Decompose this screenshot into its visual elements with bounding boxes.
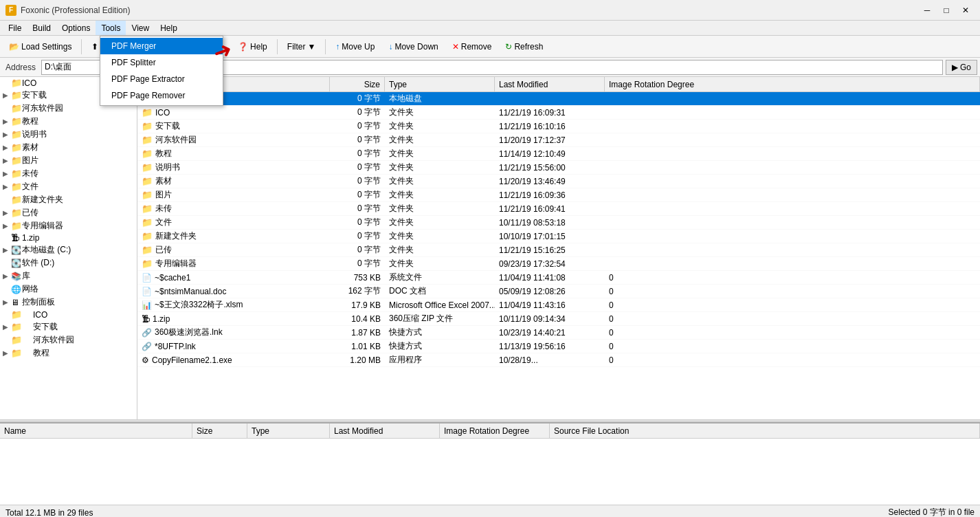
file-row[interactable]: 📁 素材 0 字节 文件夹 11/20/19 13:46:49 bbox=[137, 175, 980, 188]
dropdown-item-pdf-page-extractor[interactable]: PDF Page Extractor bbox=[100, 71, 223, 87]
menu-options[interactable]: Options bbox=[56, 21, 96, 35]
menu-view[interactable]: View bbox=[126, 21, 155, 35]
tree-item-local-c[interactable]: ▶ 💽 本地磁盘 (C:) bbox=[0, 243, 137, 256]
file-rotation-cell bbox=[605, 202, 980, 215]
bottom-col-size[interactable]: Size bbox=[192, 424, 247, 438]
file-rotation-cell: 0 bbox=[605, 353, 980, 366]
col-header-type[interactable]: Type bbox=[385, 77, 495, 91]
tree-item-jiaocheng2[interactable]: ▶ 📁 教程 bbox=[0, 346, 137, 360]
tree-item-library[interactable]: ▶ 📚 库 bbox=[0, 270, 137, 283]
col-header-rotation[interactable]: Image Rotation Degree bbox=[605, 77, 980, 91]
file-modified-cell: 11/21/19 15:56:00 bbox=[495, 161, 605, 174]
dropdown-item-pdf-splitter[interactable]: PDF Splitter bbox=[100, 54, 223, 71]
tree-item-ico2[interactable]: 📁 ICO bbox=[0, 309, 137, 320]
file-rotation-cell bbox=[605, 133, 980, 146]
tree-item-weichuan[interactable]: ▶ 📁 未传 bbox=[0, 167, 137, 180]
go-button[interactable]: ▶ Go bbox=[946, 60, 977, 75]
bottom-col-name[interactable]: Name bbox=[0, 424, 192, 438]
file-row[interactable]: 📁 说明书 0 字节 文件夹 11/21/19 15:56:00 bbox=[137, 161, 980, 175]
file-type-cell: 快捷方式 bbox=[385, 340, 495, 353]
tree-item-yichuan[interactable]: ▶ 📁 已传 bbox=[0, 206, 137, 219]
file-name-cell: 🗜 1.zip bbox=[137, 312, 330, 325]
remove-button[interactable]: ✕ Remove bbox=[446, 38, 498, 56]
load-settings-label: Load Settings bbox=[21, 42, 71, 52]
tree-item-1zip[interactable]: 🗜 1.zip bbox=[0, 232, 137, 243]
file-row[interactable]: 📁 ICO 0 字节 文件夹 11/21/19 16:09:31 bbox=[137, 106, 980, 120]
col-header-size[interactable]: Size bbox=[330, 77, 385, 91]
tree-item-jiaocheng[interactable]: ▶ 📁 教程 bbox=[0, 115, 137, 128]
file-name-cell: 📁 说明书 bbox=[137, 161, 330, 174]
bottom-col-source[interactable]: Source File Location bbox=[550, 424, 980, 438]
file-type-cell: 文件夹 bbox=[385, 188, 495, 201]
file-row[interactable]: 📁 新建文件夹 0 字节 文件夹 10/10/19 17:01:15 bbox=[137, 230, 980, 243]
file-row[interactable]: 📁 已传 0 字节 文件夹 11/21/19 15:16:25 bbox=[137, 243, 980, 257]
tree-label: 文件 bbox=[22, 181, 38, 192]
folder-icon: 📁 bbox=[11, 221, 22, 231]
move-up-button[interactable]: ↑ Move Up bbox=[329, 38, 381, 56]
tree-label: 未传 bbox=[22, 168, 38, 179]
file-name-cell: 📁 专用编辑器 bbox=[137, 257, 330, 270]
tree-item-hedong2[interactable]: 📁 河东软件园 bbox=[0, 333, 137, 346]
file-row[interactable]: 📄 ~$cache1 753 KB 系统文件 11/04/19 11:41:08… bbox=[137, 271, 980, 285]
menu-build[interactable]: Build bbox=[27, 21, 56, 35]
separator-3 bbox=[277, 39, 278, 54]
file-row[interactable]: 📁 未传 0 字节 文件夹 11/21/19 16:09:41 bbox=[137, 202, 980, 216]
move-down-button[interactable]: ↓ Move Down bbox=[382, 38, 444, 56]
load-settings-button[interactable]: 📂 Load Settings bbox=[3, 38, 78, 56]
tree-item-network[interactable]: 🌐 网络 bbox=[0, 283, 137, 296]
menu-tools[interactable]: Tools bbox=[96, 21, 126, 35]
file-row[interactable]: 📁 安下载 0 字节 文件夹 11/21/19 16:10:16 bbox=[137, 120, 980, 133]
bottom-col-rotation[interactable]: Image Rotation Degree bbox=[440, 424, 550, 438]
file-name-cell: 📁 文件 bbox=[137, 216, 330, 229]
file-type-cell: DOC 文档 bbox=[385, 285, 495, 298]
dropdown-item-pdf-merger[interactable]: PDF Merger bbox=[100, 38, 223, 54]
tree-item-control-panel[interactable]: ▶ 🖥 控制面板 bbox=[0, 296, 137, 309]
file-row[interactable]: 📁 文件 0 字节 文件夹 10/11/19 08:53:18 bbox=[137, 216, 980, 230]
tree-item-software-d[interactable]: 💽 软件 (D:) bbox=[0, 256, 137, 270]
menu-help[interactable]: Help bbox=[155, 21, 183, 35]
file-name-cell: 🔗 360极速浏览器.lnk bbox=[137, 326, 330, 339]
file-row[interactable]: 📁 图片 0 字节 文件夹 11/21/19 16:09:36 bbox=[137, 188, 980, 202]
tree-item-anxiazai2[interactable]: ▶ 📁 安下载 bbox=[0, 320, 137, 333]
file-row[interactable]: 📁 河东软件园 0 字节 文件夹 11/20/19 17:12:37 bbox=[137, 133, 980, 147]
file-type-cell: 应用程序 bbox=[385, 353, 495, 366]
tree-item-zhuanyong[interactable]: ▶ 📁 专用编辑器 bbox=[0, 219, 137, 232]
maximize-button[interactable]: □ bbox=[937, 3, 955, 17]
tree-item-wenjian[interactable]: ▶ 📁 文件 bbox=[0, 180, 137, 193]
tree-expander: ▶ bbox=[0, 323, 11, 331]
tree-item-xinjianjianlianjia[interactable]: 📁 新建文件夹 bbox=[0, 193, 137, 206]
file-modified-cell: 11/13/19 19:56:16 bbox=[495, 340, 605, 353]
close-button[interactable]: ✕ bbox=[957, 3, 975, 17]
file-row[interactable]: ⚙ CopyFilename2.1.exe 1.20 MB 应用程序 10/28… bbox=[137, 353, 980, 367]
tree-item-tupian[interactable]: ▶ 📁 图片 bbox=[0, 154, 137, 167]
dropdown-item-pdf-page-remover[interactable]: PDF Page Remover bbox=[100, 87, 223, 104]
app-icon: F bbox=[5, 5, 16, 16]
file-size-cell: 0 字节 bbox=[330, 161, 385, 174]
bottom-col-type[interactable]: Type bbox=[247, 424, 330, 438]
file-row[interactable]: 🔗 360极速浏览器.lnk 1.87 KB 快捷方式 10/23/19 14:… bbox=[137, 326, 980, 340]
file-row[interactable]: 🗜 1.zip 10.4 KB 360压缩 ZIP 文件 10/11/19 09… bbox=[137, 312, 980, 326]
menu-file[interactable]: File bbox=[3, 21, 27, 35]
file-row[interactable]: 📄 ~$ntsimManual.doc 162 字节 DOC 文档 05/09/… bbox=[137, 285, 980, 298]
refresh-button[interactable]: ↻ Refresh bbox=[499, 38, 549, 56]
filter-button[interactable]: Filter ▼ bbox=[281, 38, 322, 56]
col-header-modified[interactable]: Last Modified bbox=[495, 77, 605, 91]
bottom-col-modified[interactable]: Last Modified bbox=[330, 424, 440, 438]
tree-item-sucai[interactable]: ▶ 📁 素材 bbox=[0, 141, 137, 154]
file-rotation-cell: 0 bbox=[605, 312, 980, 325]
tree-item-shuomingshu[interactable]: ▶ 📁 说明书 bbox=[0, 128, 137, 141]
file-row[interactable]: 📁 专用编辑器 0 字节 文件夹 09/23/19 17:32:54 bbox=[137, 257, 980, 271]
file-row[interactable]: 📊 ~$王文浪3322椅子.xlsm 17.9 KB Microsoft Off… bbox=[137, 298, 980, 312]
file-row[interactable]: 📁 教程 0 字节 文件夹 11/14/19 12:10:49 bbox=[137, 147, 980, 161]
folder-icon: 📁 bbox=[142, 121, 153, 131]
tree-expander: ▶ bbox=[0, 349, 11, 357]
drive-icon: 💽 bbox=[11, 258, 22, 268]
file-row-parent[interactable]: 📁 .. 0 字节 本地磁盘 bbox=[137, 92, 980, 106]
file-row[interactable]: 🔗 *8UFTP.lnk 1.01 KB 快捷方式 11/13/19 19:56… bbox=[137, 340, 980, 353]
file-name-cell: 📁 素材 bbox=[137, 175, 330, 188]
file-size-cell: 1.20 MB bbox=[330, 353, 385, 366]
separator-1 bbox=[81, 39, 82, 54]
minimize-button[interactable]: ─ bbox=[918, 3, 936, 17]
file-modified-cell: 11/14/19 12:10:49 bbox=[495, 147, 605, 160]
help-button[interactable]: ❓ Help bbox=[232, 38, 274, 56]
